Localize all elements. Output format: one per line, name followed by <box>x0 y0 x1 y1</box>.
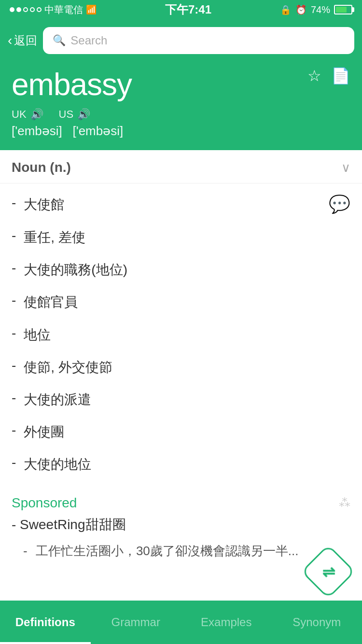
search-icon: 🔍 <box>53 34 66 47</box>
signal-dot-3 <box>23 7 28 12</box>
table-row: - 外使團 <box>12 416 350 448</box>
tab-definitions-label: Definitions <box>15 616 75 629</box>
us-sound-icon[interactable]: 🔊 <box>77 108 90 121</box>
uk-label: UK <box>12 108 27 121</box>
table-row: - 使館官員 <box>12 286 350 318</box>
lock-icon: 🔒 <box>280 4 292 15</box>
sponsored-label: Sponsored <box>12 495 77 511</box>
def-text: 大使的地位 <box>24 455 350 474</box>
table-row: - 大使館 💬 <box>12 188 350 221</box>
back-chevron-icon: ‹ <box>8 34 12 47</box>
signal-dot-2 <box>16 7 21 12</box>
tab-active-underline <box>0 642 91 644</box>
battery-icon <box>334 5 352 14</box>
status-left: 中華電信 📶 <box>10 3 97 16</box>
def-dash: - <box>12 358 16 373</box>
phonetics-row: ['embəsi] ['embəsi] <box>12 124 350 139</box>
uk-sound-icon[interactable]: 🔊 <box>30 108 43 121</box>
table-row: - 大使的職務(地位) <box>12 253 350 286</box>
signal-dot-4 <box>30 7 35 12</box>
battery-percentage: 74% <box>311 4 330 15</box>
table-row: - 大使的地位 <box>12 448 350 480</box>
tab-bar-inner: Definitions Grammar Examples Synonym <box>0 601 362 644</box>
signal-dots <box>10 7 42 12</box>
nav-bar: ‹ 返回 🔍 Search <box>0 19 362 62</box>
tab-grammar-label: Grammar <box>111 616 160 629</box>
sponsored-sub-dash: - <box>23 544 28 558</box>
status-right: 🔒 ⏰ 74% <box>280 4 352 15</box>
sponsored-sub-item[interactable]: - 工作忙生活圈小，30歲了卻沒機會認識另一半... <box>0 538 362 564</box>
uk-phonetic: ['embəsi] <box>12 124 62 138</box>
search-placeholder: Search <box>70 34 107 47</box>
table-row: - 大使的派遣 <box>12 383 350 416</box>
def-dash: - <box>12 422 16 438</box>
alarm-icon: ⏰ <box>295 4 307 15</box>
comment-icon[interactable]: 💬 <box>329 194 350 214</box>
def-dash: - <box>12 195 16 210</box>
header-icons: ☆ 📄 <box>307 67 350 85</box>
def-text: 大使館 <box>24 195 321 214</box>
sponsored-header: Sponsored ⁂ <box>0 486 362 516</box>
pronunciation-uk-row: UK 🔊 US 🔊 <box>12 108 350 121</box>
def-text: 重任, 差使 <box>24 228 350 247</box>
back-label: 返回 <box>14 33 37 48</box>
def-dash: - <box>12 455 16 470</box>
word-header: ☆ 📄 embassy UK 🔊 US 🔊 ['embəsi] ['embəsi… <box>0 62 362 150</box>
sponsored-sub-text: 工作忙生活圈小，30歲了卻沒機會認識另一半... <box>36 544 299 558</box>
signal-dot-5 <box>37 7 42 12</box>
def-dash: - <box>12 390 16 406</box>
def-text: 大使的派遣 <box>24 390 350 409</box>
back-button[interactable]: ‹ 返回 <box>8 33 37 48</box>
definitions-list: - 大使館 💬 - 重任, 差使 - 大使的職務(地位) - 使館官員 - 地位… <box>0 183 362 486</box>
battery-fill <box>336 7 347 13</box>
tab-synonym-label: Synonym <box>292 616 341 629</box>
table-row: - 重任, 差使 <box>12 221 350 253</box>
tab-examples[interactable]: Examples <box>181 601 272 644</box>
content-area: Noun (n.) ∨ - 大使館 💬 - 重任, 差使 - 大使的職務(地位)… <box>0 150 362 564</box>
table-row: - 使節, 外交使節 <box>12 351 350 383</box>
tab-bar: Definitions Grammar Examples Synonym <box>0 601 362 644</box>
tab-examples-label: Examples <box>201 616 251 629</box>
status-time: 下午7:41 <box>165 2 211 17</box>
sponsored-item[interactable]: - SweetRing甜甜圈 <box>0 516 362 538</box>
bookmark-icon[interactable]: ☆ <box>307 67 321 85</box>
def-text: 外使團 <box>24 422 350 441</box>
collapse-icon[interactable]: ∨ <box>341 160 350 175</box>
sponsored-dash: - <box>12 517 20 532</box>
copy-icon[interactable]: 📄 <box>331 67 350 85</box>
search-bar[interactable]: 🔍 Search <box>43 27 354 54</box>
tab-definitions[interactable]: Definitions <box>0 601 91 644</box>
def-dash: - <box>12 325 16 341</box>
tab-grammar[interactable]: Grammar <box>91 601 181 644</box>
def-dash: - <box>12 228 16 243</box>
sponsored-title: SweetRing甜甜圈 <box>20 517 125 532</box>
def-text: 地位 <box>24 325 350 344</box>
wifi-icon: 📶 <box>86 4 97 15</box>
pos-section-header: Noun (n.) ∨ <box>0 150 362 183</box>
word-title: embassy <box>12 67 350 102</box>
def-text: 使節, 外交使節 <box>24 358 350 377</box>
carrier-name: 中華電信 <box>44 3 83 16</box>
us-phonetic: ['embəsi] <box>72 124 123 138</box>
signal-dot-1 <box>10 7 14 12</box>
def-dash: - <box>12 293 16 308</box>
tab-synonym[interactable]: Synonym <box>272 601 362 644</box>
def-dash: - <box>12 260 16 276</box>
status-bar: 中華電信 📶 下午7:41 🔒 ⏰ 74% <box>0 0 362 19</box>
def-text: 使館官員 <box>24 293 350 311</box>
floating-back-icon: ⇌ <box>322 562 335 581</box>
def-text: 大使的職務(地位) <box>24 260 350 279</box>
table-row: - 地位 <box>12 319 350 351</box>
settings-dots-icon[interactable]: ⁂ <box>339 496 350 510</box>
us-label: US <box>59 108 74 121</box>
pos-label: Noun (n.) <box>12 160 71 175</box>
